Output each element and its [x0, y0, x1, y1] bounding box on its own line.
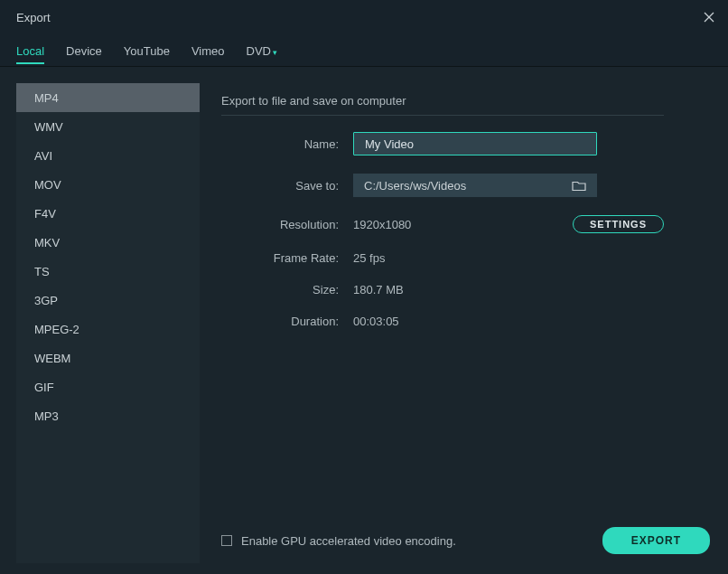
format-item-ts[interactable]: TS [16, 257, 200, 286]
resolution-value: 1920x1080 [353, 218, 411, 231]
format-label: WMV [34, 120, 63, 134]
framerate-label: Frame Rate: [221, 251, 353, 265]
name-input[interactable] [353, 132, 597, 155]
duration-label: Duration: [221, 315, 353, 328]
format-sidebar: MP4 WMV AVI MOV F4V MKV TS 3GP MPEG-2 WE… [16, 83, 200, 563]
format-label: TS [34, 265, 50, 278]
name-label: Name: [221, 137, 353, 151]
main-area: MP4 WMV AVI MOV F4V MKV TS 3GP MPEG-2 WE… [0, 67, 728, 574]
format-label: MP4 [34, 91, 59, 105]
format-label: MPEG-2 [34, 323, 79, 336]
format-label: WEBM [34, 352, 70, 365]
tab-vimeo[interactable]: Vimeo [191, 37, 225, 64]
tab-youtube[interactable]: YouTube [124, 37, 170, 64]
row-duration: Duration: 00:03:05 [221, 315, 664, 328]
section-title: Export to file and save on computer [221, 94, 664, 116]
row-saveto: Save to: C:/Users/ws/Videos [221, 174, 664, 197]
close-icon [704, 12, 714, 23]
titlebar: Export [0, 0, 728, 34]
format-item-mp3[interactable]: MP3 [16, 401, 200, 430]
format-label: 3GP [34, 294, 58, 307]
format-item-gif[interactable]: GIF [16, 372, 200, 401]
export-button[interactable]: EXPORT [602, 527, 710, 554]
tab-label: Local [16, 44, 44, 58]
tab-label: Vimeo [191, 44, 225, 58]
settings-button[interactable]: SETTINGS [573, 215, 664, 233]
tab-label: DVD [247, 44, 271, 58]
format-item-mov[interactable]: MOV [16, 170, 200, 199]
format-label: AVI [34, 149, 52, 163]
format-item-webm[interactable]: WEBM [16, 343, 200, 372]
gpu-checkbox-row[interactable]: Enable GPU accelerated video encoding. [221, 534, 456, 548]
row-size: Size: 180.7 MB [221, 283, 664, 296]
export-dialog: Export Local Device YouTube Vimeo DVD▾ M… [0, 0, 728, 574]
format-label: F4V [34, 207, 56, 221]
saveto-field[interactable]: C:/Users/ws/Videos [353, 174, 597, 197]
format-item-mp4[interactable]: MP4 [16, 83, 200, 112]
format-item-mpeg2[interactable]: MPEG-2 [16, 315, 200, 343]
duration-value: 00:03:05 [353, 315, 399, 328]
row-name: Name: [221, 132, 664, 155]
footer: Enable GPU accelerated video encoding. E… [221, 527, 710, 554]
format-item-3gp[interactable]: 3GP [16, 286, 200, 315]
framerate-value: 25 fps [353, 251, 385, 265]
tab-label: YouTube [124, 44, 170, 58]
format-label: MP3 [34, 409, 59, 423]
saveto-label: Save to: [221, 179, 353, 193]
saveto-value: C:/Users/ws/Videos [364, 179, 466, 193]
format-item-f4v[interactable]: F4V [16, 199, 200, 228]
window-title: Export [16, 11, 51, 24]
browse-folder-button[interactable] [572, 180, 586, 192]
format-item-mkv[interactable]: MKV [16, 228, 200, 257]
tab-dvd[interactable]: DVD▾ [247, 37, 277, 64]
close-button[interactable] [703, 11, 715, 24]
chevron-down-icon: ▾ [273, 48, 277, 57]
row-framerate: Frame Rate: 25 fps [221, 251, 664, 265]
resolution-label: Resolution: [221, 218, 353, 231]
folder-icon [572, 180, 586, 192]
row-resolution: Resolution: 1920x1080 SETTINGS [221, 215, 664, 233]
gpu-checkbox[interactable] [221, 535, 232, 546]
gpu-label: Enable GPU accelerated video encoding. [241, 534, 456, 548]
tab-label: Device [66, 44, 102, 58]
format-label: GIF [34, 381, 54, 394]
format-label: MKV [34, 236, 60, 249]
tab-device[interactable]: Device [66, 37, 102, 64]
tab-local[interactable]: Local [16, 37, 44, 64]
format-item-avi[interactable]: AVI [16, 141, 200, 170]
content-panel: Export to file and save on computer Name… [200, 67, 728, 574]
size-label: Size: [221, 283, 353, 296]
format-item-wmv[interactable]: WMV [16, 112, 200, 141]
format-label: MOV [34, 178, 61, 192]
size-value: 180.7 MB [353, 283, 404, 296]
tabbar: Local Device YouTube Vimeo DVD▾ [0, 34, 728, 67]
